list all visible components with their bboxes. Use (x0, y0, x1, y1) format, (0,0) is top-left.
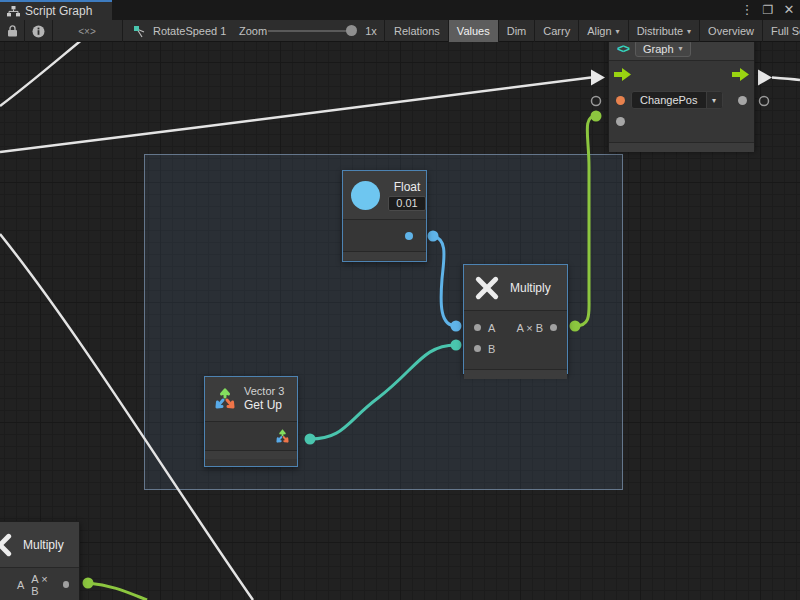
window-menu-icon[interactable]: ⋮ (740, 0, 754, 20)
code-view-icon: <×> (78, 26, 96, 37)
chevron-down-icon: ▾ (706, 91, 722, 109)
script-graph-window: Script Graph ⋮ ❐ ✕ <×> (0, 0, 800, 600)
multiply-icon (0, 532, 13, 558)
info-icon (32, 25, 45, 38)
graph-value-input-port[interactable] (616, 117, 625, 126)
chevron-down-icon: ▾ (616, 27, 620, 36)
unconnected-port-circle-right[interactable] (760, 97, 769, 106)
distribute-label: Distribute (637, 25, 683, 37)
multiply-icon (474, 275, 500, 301)
overview-label: Overview (708, 25, 754, 37)
lock-icon (7, 25, 18, 37)
vector3-node-footer (205, 450, 297, 459)
code-view-button[interactable]: <×> (52, 20, 122, 42)
edge-multiply2-out[interactable] (88, 583, 147, 600)
vector3-output-port[interactable] (275, 429, 290, 444)
info-button[interactable] (24, 20, 52, 42)
flow-edge-out-of-graph-unit[interactable] (772, 78, 800, 81)
changepos-select-value: ChangePos (632, 94, 706, 106)
multiply2-output-label: A × B (31, 573, 55, 597)
changepos-graph-node[interactable]: <> Graph ▾ ChangePos ▾ (608, 42, 755, 150)
relations-button[interactable]: Relations (386, 20, 449, 42)
flow-edge-topleft[interactable] (0, 42, 84, 106)
graph-code-icon: <> (617, 42, 629, 56)
changepos-select[interactable]: ChangePos ▾ (631, 91, 723, 109)
multiply-input-b-label: B (488, 343, 495, 355)
multiply-node-footer (464, 369, 567, 379)
flow-output-port[interactable] (732, 68, 749, 81)
vector3-icon (213, 387, 237, 411)
close-icon[interactable]: ✕ (782, 0, 796, 20)
dim-label: Dim (507, 25, 527, 37)
graph-toolbar: <×> RotateSpeed 1 Zoom 1x Relations Valu… (0, 20, 800, 42)
float-value-input[interactable]: 0.01 (388, 196, 426, 211)
overview-button[interactable]: Overview (700, 20, 763, 42)
multiply2-input-a-label: A (17, 579, 24, 591)
multiply-node[interactable]: Multiply A A × B B (463, 264, 568, 374)
multiply-input-a-port[interactable] (474, 324, 481, 331)
graph-hierarchy-icon (7, 6, 20, 17)
multiply-output-port[interactable] (550, 324, 557, 331)
values-button[interactable]: Values (449, 20, 499, 42)
align-dropdown[interactable]: Align ▾ (579, 20, 628, 42)
breadcrumb-label: RotateSpeed 1 (153, 25, 226, 37)
zoom-slider-handle[interactable] (346, 25, 357, 36)
float-output-port[interactable] (405, 232, 413, 240)
chevron-down-icon: ▾ (679, 44, 683, 53)
graph-node-footer (609, 142, 754, 152)
graph-output-port[interactable] (738, 96, 747, 105)
edge-endpoint-graph-unit-in[interactable] (591, 111, 602, 122)
carry-label: Carry (543, 25, 570, 37)
multiply-output-label: A × B (516, 322, 543, 334)
fullscreen-button[interactable]: Full Screen (763, 20, 800, 42)
carry-button[interactable]: Carry (535, 20, 579, 42)
multiply-node-2[interactable]: Multiply A A × B (0, 521, 80, 600)
graph-canvas[interactable]: Float 0.01 Multiply A (0, 42, 800, 600)
tab-script-graph[interactable]: Script Graph (0, 0, 112, 20)
flow-arrowhead-in (591, 70, 605, 86)
fullscreen-label: Full Screen (771, 25, 800, 37)
edge-endpoint-multiply2-out[interactable] (83, 578, 94, 589)
float-type-icon (351, 181, 380, 210)
changepos-input-port[interactable] (616, 96, 625, 105)
flow-arrowhead-out (758, 70, 772, 86)
graph-dropdown[interactable]: Graph ▾ (635, 42, 691, 57)
zoom-slider-track[interactable] (268, 30, 352, 32)
multiply-node-title: Multiply (510, 281, 551, 295)
multiply2-node-title: Multiply (23, 538, 64, 552)
float-node-title: Float (394, 180, 421, 194)
unconnected-port-circle-left[interactable] (592, 97, 601, 106)
tab-title: Script Graph (25, 4, 92, 18)
vector3-node-title: Vector 3 (244, 385, 284, 399)
maximize-icon[interactable]: ❐ (761, 0, 775, 20)
dim-button[interactable]: Dim (499, 20, 536, 42)
flow-edge-into-graph-unit[interactable] (0, 78, 591, 153)
getup-node-subtitle: Get Up (244, 398, 284, 413)
graph-node-icon (133, 25, 147, 38)
title-bar: Script Graph ⋮ ❐ ✕ (0, 0, 800, 20)
multiply-input-a-label: A (488, 322, 495, 334)
distribute-dropdown[interactable]: Distribute ▾ (629, 20, 700, 42)
multiply2-output-port[interactable] (63, 581, 69, 588)
relations-label: Relations (394, 25, 440, 37)
align-label: Align (587, 25, 611, 37)
flow-input-port[interactable] (614, 68, 631, 81)
multiply-input-b-port[interactable] (474, 345, 481, 352)
graph-dropdown-label: Graph (643, 43, 674, 55)
float-node-footer (343, 251, 426, 260)
float-node[interactable]: Float 0.01 (342, 170, 427, 262)
zoom-value: 1x (360, 20, 382, 42)
chevron-down-icon: ▾ (687, 27, 691, 36)
values-label: Values (457, 25, 490, 37)
lock-button[interactable] (0, 20, 24, 42)
zoom-label: Zoom (238, 20, 268, 42)
graph-breadcrumb[interactable]: RotateSpeed 1 (128, 20, 233, 42)
vector3-getup-node[interactable]: Vector 3 Get Up (204, 376, 298, 467)
